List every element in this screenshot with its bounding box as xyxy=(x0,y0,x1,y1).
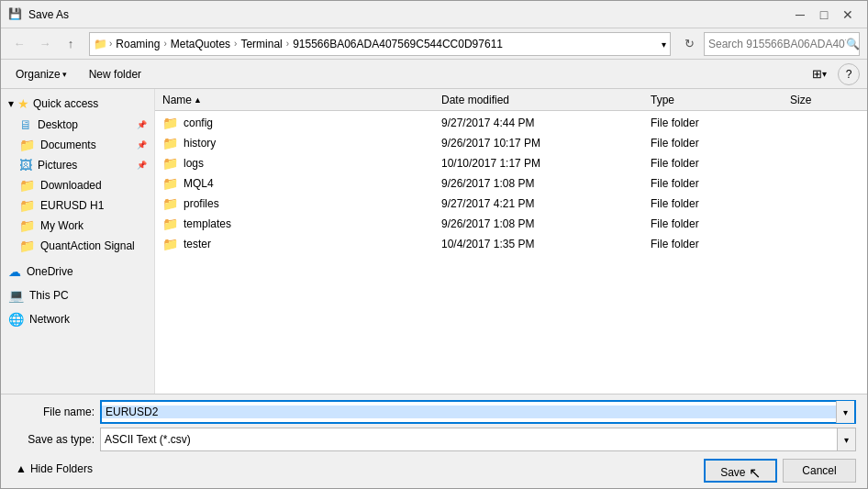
quantaction-folder-icon: 📁 xyxy=(19,239,35,253)
cursor-icon: ↖ xyxy=(749,465,761,481)
sidebar-item-eurusd-h1[interactable]: 📁 EURUSD H1 xyxy=(1,195,154,216)
sidebar-item-quantaction-signal[interactable]: 📁 QuantAction Signal xyxy=(1,236,154,256)
folder-icon: 📁 xyxy=(162,116,178,130)
cancel-button[interactable]: Cancel xyxy=(783,459,856,483)
search-bar: 🔍 xyxy=(704,32,860,56)
action-bar: Organize ▾ New folder ⊞▾ ? xyxy=(1,60,867,89)
breadcrumb-roaming[interactable]: Roaming xyxy=(114,38,161,50)
view-options-button[interactable]: ⊞▾ xyxy=(808,63,830,85)
bottom-bar: File name: ▾ Save as type: ASCII Text (*… xyxy=(1,394,867,488)
table-row[interactable]: 📁 templates 9/26/2017 1:08 PM File folde… xyxy=(155,214,867,234)
save-as-type-row: Save as type: ASCII Text (*.csv) ▾ xyxy=(12,428,856,451)
network-icon: 🌐 xyxy=(8,312,24,327)
sidebar-item-pictures[interactable]: 🖼 Pictures 📌 xyxy=(1,155,154,175)
folder-icon: 📁 xyxy=(162,156,178,171)
onedrive-icon: ☁ xyxy=(8,264,21,279)
back-button[interactable]: ← xyxy=(8,33,30,55)
navigation-toolbar: ← → ↑ 📁 › Roaming › MetaQuotes › Termina… xyxy=(1,28,867,60)
breadcrumb-bar: 📁 › Roaming › MetaQuotes › Terminal › 91… xyxy=(89,32,671,56)
dialog-icon: 💾 xyxy=(8,7,23,22)
this-pc-icon: 💻 xyxy=(8,288,24,303)
column-name[interactable]: Name ▲ xyxy=(162,94,441,106)
sidebar-item-desktop[interactable]: 🖥 Desktop 📌 xyxy=(1,115,154,135)
file-name-label: File name: xyxy=(12,406,95,418)
column-date-modified[interactable]: Date modified xyxy=(441,94,651,106)
save-button[interactable]: Save ↖ xyxy=(704,459,777,483)
organize-button[interactable]: Organize ▾ xyxy=(8,63,74,85)
downloaded-folder-icon: 📁 xyxy=(19,178,35,193)
file-name-dropdown-button[interactable]: ▾ xyxy=(836,401,854,423)
title-bar: 💾 Save As ─ □ ✕ xyxy=(1,1,867,28)
minimize-button[interactable]: ─ xyxy=(788,3,812,27)
search-input[interactable] xyxy=(708,38,846,50)
folder-icon: 📁 xyxy=(94,38,107,50)
up-button[interactable]: ↑ xyxy=(60,33,82,55)
table-row[interactable]: 📁 logs 10/10/2017 1:17 PM File folder xyxy=(155,153,867,173)
sidebar-item-my-work[interactable]: 📁 My Work xyxy=(1,216,154,236)
desktop-icon: 🖥 xyxy=(19,117,32,132)
bottom-footer: ▲ Hide Folders Save ↖ Cancel xyxy=(12,455,856,483)
folder-icon: 📁 xyxy=(162,217,178,231)
sidebar-item-downloaded[interactable]: 📁 Downloaded xyxy=(1,175,154,195)
column-header: Name ▲ Date modified Type Size xyxy=(155,89,867,111)
pin-icon: 📌 xyxy=(137,161,147,170)
save-as-type-wrapper: ASCII Text (*.csv) ▾ xyxy=(100,428,856,451)
sidebar-item-documents[interactable]: 📁 Documents 📌 xyxy=(1,135,154,155)
dialog-title: Save As xyxy=(28,8,788,21)
save-as-type-select[interactable]: ASCII Text (*.csv) xyxy=(101,433,837,446)
refresh-button[interactable]: ↻ xyxy=(678,33,700,55)
table-row[interactable]: 📁 tester 10/4/2017 1:35 PM File folder xyxy=(155,234,867,254)
column-type[interactable]: Type xyxy=(651,94,790,106)
save-as-type-dropdown-arrow[interactable]: ▾ xyxy=(837,428,855,450)
title-bar-controls: ─ □ ✕ xyxy=(788,3,860,27)
eurusd-folder-icon: 📁 xyxy=(19,198,35,213)
save-as-type-label: Save as type: xyxy=(12,433,95,446)
sidebar-item-network[interactable]: 🌐 Network xyxy=(1,309,154,329)
quick-access-star-icon: ★ xyxy=(17,96,29,111)
maximize-button[interactable]: □ xyxy=(812,3,836,27)
hide-folders-button[interactable]: ▲ Hide Folders xyxy=(12,461,96,477)
pin-icon: 📌 xyxy=(137,120,147,129)
file-name-input[interactable] xyxy=(102,406,836,418)
folder-icon: 📁 xyxy=(162,136,178,150)
column-size[interactable]: Size xyxy=(790,94,860,106)
sidebar-item-onedrive[interactable]: ☁ OneDrive xyxy=(1,261,154,282)
file-name-input-wrapper: ▾ xyxy=(100,400,856,424)
action-buttons: Save ↖ Cancel xyxy=(704,459,856,483)
new-folder-button[interactable]: New folder xyxy=(82,63,149,85)
folder-icon: 📁 xyxy=(162,237,178,251)
save-as-dialog: 💾 Save As ─ □ ✕ ← → ↑ 📁 › Roaming › Meta… xyxy=(0,0,868,489)
documents-icon: 📁 xyxy=(19,138,35,152)
close-button[interactable]: ✕ xyxy=(836,3,860,27)
file-name-row: File name: ▾ xyxy=(12,400,856,424)
breadcrumb-guid[interactable]: 915566BA06ADA407569C544CC0D97611 xyxy=(291,38,505,50)
file-list: 📁 config 9/27/2017 4:44 PM File folder 📁… xyxy=(155,111,867,394)
table-row[interactable]: 📁 history 9/26/2017 10:17 PM File folder xyxy=(155,133,867,153)
forward-button[interactable]: → xyxy=(34,33,56,55)
pin-icon: 📌 xyxy=(137,140,147,150)
quick-access-header[interactable]: ▾ ★ Quick access xyxy=(1,93,154,115)
breadcrumb-terminal[interactable]: Terminal xyxy=(239,38,284,50)
main-file-area: Name ▲ Date modified Type Size 📁 xyxy=(155,89,867,394)
table-row[interactable]: 📁 MQL4 9/26/2017 1:08 PM File folder xyxy=(155,173,867,194)
sidebar-item-this-pc[interactable]: 💻 This PC xyxy=(1,285,154,306)
sidebar: ▾ ★ Quick access 🖥 Desktop 📌 📁 Documents… xyxy=(1,89,155,394)
search-icon: 🔍 xyxy=(846,38,860,50)
breadcrumb-dropdown-button[interactable]: ▾ xyxy=(662,39,666,50)
help-button[interactable]: ? xyxy=(838,63,860,85)
breadcrumb-metaquotes[interactable]: MetaQuotes xyxy=(169,38,232,50)
folder-icon: 📁 xyxy=(162,196,178,211)
pictures-icon: 🖼 xyxy=(19,158,32,172)
table-row[interactable]: 📁 config 9/27/2017 4:44 PM File folder xyxy=(155,113,867,133)
chevron-up-icon: ▲ xyxy=(16,462,27,475)
folder-icon: 📁 xyxy=(162,176,178,191)
mywork-folder-icon: 📁 xyxy=(19,218,35,233)
content-area: ▾ ★ Quick access 🖥 Desktop 📌 📁 Documents… xyxy=(1,89,867,394)
table-row[interactable]: 📁 profiles 9/27/2017 4:21 PM File folder xyxy=(155,194,867,214)
